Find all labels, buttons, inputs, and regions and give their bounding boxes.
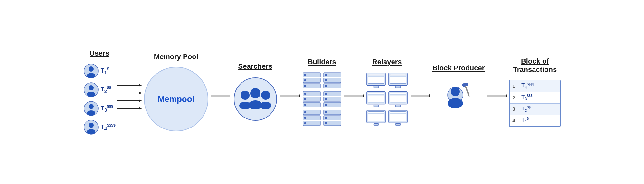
- svg-rect-92: [395, 123, 401, 125]
- mempool-section: Memory Pool Mempool: [144, 53, 208, 131]
- monitor-4: [388, 91, 408, 107]
- svg-rect-50: [325, 93, 327, 95]
- searchers-section: Searchers: [233, 62, 278, 122]
- svg-marker-13: [139, 84, 142, 87]
- relayers-grid: [366, 72, 408, 126]
- relayers-title: Relayers: [372, 58, 402, 66]
- svg-rect-87: [368, 113, 384, 114]
- svg-point-4: [89, 85, 94, 90]
- svg-marker-94: [429, 94, 430, 97]
- block-row-1: 1 T4$$$$: [510, 80, 560, 92]
- user-row-4: T4$$$$: [83, 119, 116, 135]
- svg-marker-30: [299, 94, 300, 97]
- server-5: [302, 109, 321, 126]
- arrow-blockproducer-block: [487, 92, 507, 102]
- svg-marker-21: [230, 94, 230, 97]
- users-list: T1$ T2$$ T3$$$: [83, 63, 116, 135]
- server-3: [302, 91, 321, 107]
- svg-rect-60: [304, 122, 306, 124]
- svg-rect-83: [390, 94, 406, 96]
- user-row-3: T3$$$: [83, 101, 113, 116]
- user-icon-2: [83, 82, 99, 97]
- svg-rect-91: [390, 113, 406, 114]
- users-title: Users: [90, 49, 109, 57]
- monitor-3: [366, 91, 386, 107]
- users-section: Users T1$ T2$$: [83, 49, 116, 135]
- svg-rect-84: [395, 105, 401, 107]
- block-of-transactions-section: Block ofTransactions 1 T4$$$$ 2 T3$$$ 3 …: [509, 57, 561, 127]
- svg-rect-46: [304, 98, 306, 100]
- svg-point-97: [448, 98, 463, 108]
- user-label-4: T4$$$$: [101, 123, 116, 131]
- arrow-mempool-searchers: [211, 92, 230, 102]
- block-producer-section: Block Producer: [432, 64, 485, 120]
- user-label-3: T3$$$: [101, 104, 113, 113]
- svg-rect-36: [304, 85, 306, 87]
- svg-rect-98: [465, 86, 470, 97]
- builders-title: Builders: [308, 58, 336, 66]
- monitor-2: [388, 72, 408, 89]
- svg-rect-54: [325, 104, 327, 106]
- server-2: [323, 72, 342, 89]
- block-table: 1 T4$$$$ 2 T3$$$ 3 T2$$ 4 T1$: [509, 80, 561, 127]
- monitor-6: [388, 109, 408, 126]
- mempool-title: Memory Pool: [154, 53, 198, 61]
- arrow-searchers-builders: [280, 92, 300, 102]
- svg-rect-48: [304, 104, 306, 106]
- svg-point-22: [234, 78, 277, 120]
- svg-rect-62: [325, 111, 327, 113]
- svg-rect-88: [374, 123, 379, 125]
- svg-marker-17: [139, 99, 142, 102]
- svg-point-27: [250, 88, 260, 98]
- svg-point-11: [87, 129, 95, 134]
- svg-point-25: [261, 91, 270, 100]
- user-to-mempool-arrows: [117, 83, 143, 111]
- svg-point-23: [241, 91, 250, 100]
- svg-rect-44: [304, 93, 306, 95]
- svg-point-5: [87, 92, 95, 97]
- searchers-title: Searchers: [238, 62, 272, 71]
- block-of-transactions-title: Block ofTransactions: [513, 57, 557, 74]
- server-4: [323, 91, 342, 107]
- svg-rect-75: [390, 76, 406, 77]
- svg-point-1: [89, 66, 94, 72]
- user-icon-1: [83, 63, 99, 79]
- user-row-1: T1$: [83, 63, 109, 79]
- server-6: [323, 109, 342, 126]
- arrow-u4: [117, 106, 143, 111]
- svg-rect-72: [374, 86, 379, 88]
- svg-rect-58: [304, 117, 306, 119]
- block-row-4: 4 T1$: [510, 115, 560, 126]
- arrow-u2: [117, 91, 143, 95]
- relayers-section: Relayers: [366, 58, 408, 126]
- svg-marker-15: [139, 92, 142, 94]
- svg-point-2: [87, 73, 95, 78]
- svg-rect-38: [325, 74, 327, 76]
- svg-point-8: [87, 110, 95, 116]
- svg-point-10: [89, 123, 94, 128]
- monitor-1: [366, 72, 386, 89]
- svg-rect-56: [304, 111, 306, 113]
- svg-rect-79: [368, 94, 384, 96]
- arrow-u1: [117, 83, 143, 87]
- user-row-2: T2$$: [83, 82, 111, 97]
- svg-rect-32: [304, 74, 306, 76]
- mempool-label: Mempool: [158, 94, 194, 104]
- builders-grid: [302, 72, 342, 126]
- svg-rect-52: [325, 98, 327, 100]
- svg-point-7: [89, 104, 94, 109]
- svg-rect-40: [325, 79, 327, 81]
- svg-rect-34: [304, 79, 306, 81]
- block-row-2: 2 T3$$$: [510, 92, 560, 104]
- user-label-2: T2$$: [101, 86, 111, 94]
- mempool-circle: Mempool: [144, 67, 208, 131]
- svg-rect-66: [325, 122, 327, 124]
- svg-rect-64: [325, 117, 327, 119]
- diagram: Users T1$ T2$$: [6, 5, 638, 179]
- svg-marker-19: [139, 107, 142, 110]
- arrow-relayers-blockproducer: [411, 92, 430, 102]
- arrow-u3: [117, 98, 143, 103]
- builders-section: Builders: [302, 58, 342, 126]
- svg-rect-80: [374, 105, 379, 107]
- svg-rect-42: [325, 85, 327, 87]
